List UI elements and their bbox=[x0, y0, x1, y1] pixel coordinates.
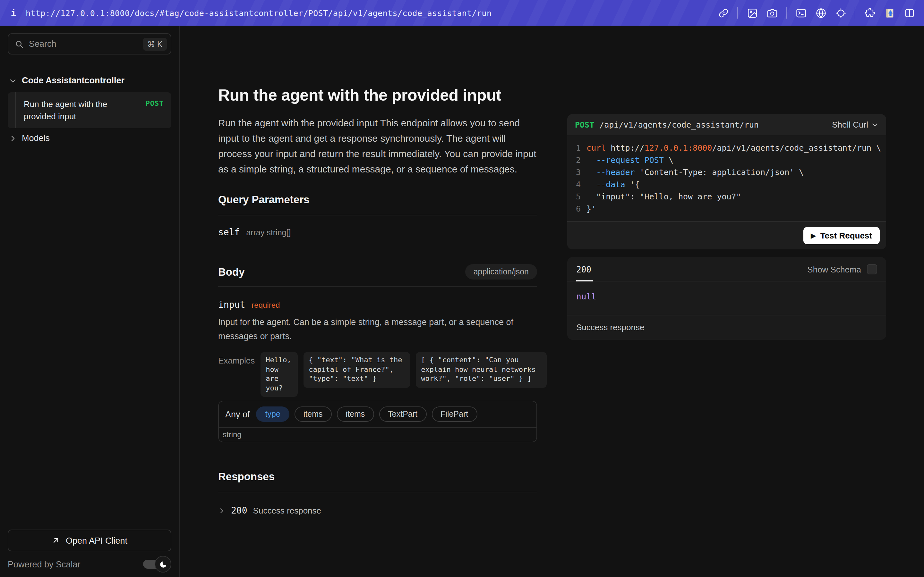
puzzle-icon[interactable] bbox=[864, 7, 875, 19]
dark-mode-toggle[interactable] bbox=[143, 556, 171, 572]
operation-doc-column: Run the agent with the provided input Ru… bbox=[218, 26, 537, 516]
link-icon[interactable] bbox=[717, 7, 729, 19]
field-name: input bbox=[218, 300, 245, 309]
example-column: POST /api/v1/agents/code_assistant/run S… bbox=[567, 26, 886, 340]
code-line: 2 --request POST \ bbox=[567, 154, 886, 166]
anyof-panel: Any of typeitemsitemsTextPartFilePart st… bbox=[218, 401, 537, 442]
operation-description: Run the agent with the provided input Th… bbox=[218, 115, 537, 177]
app-window: i http://127.0.0.1:8000/docs/#tag/code-a… bbox=[0, 0, 924, 577]
required-badge: required bbox=[252, 301, 280, 309]
anyof-option-type[interactable]: type bbox=[256, 406, 289, 422]
toolbar-separator bbox=[786, 7, 787, 19]
play-icon: ▶ bbox=[811, 232, 816, 239]
anyof-options: Any of typeitemsitemsTextPartFilePart bbox=[219, 401, 536, 427]
sidebar-group-label: Code Assistantcontroller bbox=[22, 76, 124, 85]
request-example-card: POST /api/v1/agents/code_assistant/run S… bbox=[567, 114, 886, 250]
body-heading: Body bbox=[218, 266, 245, 278]
sidebar-footer: Powered by Scalar bbox=[8, 556, 171, 572]
camera-icon[interactable] bbox=[766, 7, 778, 19]
sidebar-item-run-agent[interactable]: Run the agent with the provided input PO… bbox=[8, 92, 171, 128]
sidebar: Search ⌘ K Code Assistantcontroller Run … bbox=[0, 26, 180, 577]
sidebar-group-code-assistantcontroller[interactable]: Code Assistantcontroller bbox=[0, 73, 179, 89]
response-example-body: null bbox=[567, 282, 886, 316]
code-line: 5 "input": "Hello, how are you?" bbox=[567, 190, 886, 203]
response-200-row[interactable]: 200 Success response bbox=[218, 505, 537, 516]
toolbar-separator bbox=[855, 7, 855, 19]
client-selector-value: Shell Curl bbox=[832, 120, 868, 129]
open-api-client-button[interactable]: Open API Client bbox=[8, 530, 171, 551]
anyof-label: Any of bbox=[225, 409, 250, 419]
field-description: Input for the agent. Can be a simple str… bbox=[218, 316, 537, 343]
powered-by-scalar-link[interactable]: Powered by Scalar bbox=[8, 559, 81, 569]
search-input[interactable]: Search ⌘ K bbox=[8, 33, 171, 55]
search-icon bbox=[15, 39, 24, 48]
request-example-header: POST /api/v1/agents/code_assistant/run S… bbox=[567, 114, 886, 135]
client-selector-dropdown[interactable]: Shell Curl bbox=[832, 120, 879, 129]
body-section-header: Body application/json bbox=[218, 264, 537, 287]
sidebar-nav: Code Assistantcontroller Run the agent w… bbox=[0, 73, 179, 146]
main-content: Run the agent with the provided input Ru… bbox=[180, 26, 924, 577]
search-shortcut-badge: ⌘ K bbox=[143, 37, 167, 50]
chevron-right-icon bbox=[218, 507, 225, 514]
sidebar-group-label: Models bbox=[22, 133, 50, 143]
body-field-row: input required bbox=[218, 300, 537, 309]
example-value: { "text": "What is the capital of France… bbox=[304, 352, 410, 388]
terminal-icon[interactable] bbox=[795, 7, 806, 19]
query-param-row: self array string[] bbox=[218, 215, 537, 237]
post-method-badge: POST bbox=[145, 98, 164, 108]
toolbar-separator bbox=[737, 7, 738, 19]
test-request-button[interactable]: ▶ Test Request bbox=[803, 227, 880, 244]
anyof-option-filepart[interactable]: FilePart bbox=[431, 406, 477, 422]
response-body-value: null bbox=[576, 292, 596, 301]
sidebar-group-models[interactable]: Models bbox=[0, 128, 179, 146]
show-schema-checkbox[interactable] bbox=[867, 264, 877, 274]
target-icon[interactable] bbox=[835, 7, 846, 19]
search-placeholder: Search bbox=[29, 39, 137, 49]
code-line: 6}' bbox=[567, 203, 886, 215]
code-line: 4 --data '{ bbox=[567, 178, 886, 190]
browser-topbar: i http://127.0.0.1:8000/docs/#tag/code-a… bbox=[0, 0, 924, 26]
indent-guide bbox=[15, 92, 16, 128]
image-icon[interactable] bbox=[746, 7, 758, 19]
request-method: POST bbox=[575, 120, 594, 129]
content-type-selector[interactable]: application/json bbox=[465, 264, 537, 279]
chevron-down-icon bbox=[9, 77, 17, 84]
examples-label: Examples bbox=[218, 352, 255, 366]
arrow-up-right-icon bbox=[52, 536, 61, 545]
examples-list: Examples Hello, how are you?{ "text": "W… bbox=[218, 352, 537, 397]
param-type: array string[] bbox=[246, 228, 291, 237]
anyof-option-items[interactable]: items bbox=[337, 406, 374, 422]
address-bar[interactable]: http://127.0.0.1:8000/docs/#tag/code-ass… bbox=[26, 8, 491, 18]
topbar-icons bbox=[717, 7, 915, 19]
chevron-right-icon bbox=[9, 134, 17, 142]
param-name: self bbox=[218, 227, 240, 237]
anyof-option-items[interactable]: items bbox=[294, 406, 332, 422]
info-icon: i bbox=[9, 8, 18, 18]
globe-icon[interactable] bbox=[815, 7, 827, 19]
example-value: [ { "content": "Can you explain how neur… bbox=[416, 352, 547, 388]
page-title: Run the agent with the provided input bbox=[218, 86, 537, 105]
responses-heading: Responses bbox=[218, 471, 537, 492]
code-line: 1curl http://127.0.0.1:8000/api/v1/agent… bbox=[567, 142, 886, 154]
example-value: Hello, how are you? bbox=[260, 352, 298, 397]
request-example-footer: ▶ Test Request bbox=[567, 221, 886, 250]
code-lines: 1curl http://127.0.0.1:8000/api/v1/agent… bbox=[567, 135, 886, 221]
split-view-icon[interactable] bbox=[903, 7, 915, 19]
code-line: 3 --header 'Content-Type: application/js… bbox=[567, 166, 886, 178]
show-schema-label: Show Schema bbox=[807, 264, 861, 274]
response-example-card: 200 Show Schema null Success response bbox=[567, 257, 886, 340]
moon-icon bbox=[155, 556, 171, 572]
sidebar-item-label: Run the agent with the provided input bbox=[24, 98, 137, 122]
anyof-option-textpart[interactable]: TextPart bbox=[379, 406, 426, 422]
test-request-label: Test Request bbox=[821, 231, 872, 240]
request-path: /api/v1/agents/code_assistant/run bbox=[599, 120, 759, 129]
response-example-footer: Success response bbox=[567, 316, 886, 340]
query-parameters-heading: Query Parameters bbox=[218, 193, 537, 215]
open-api-client-label: Open API Client bbox=[66, 536, 128, 545]
response-example-header: 200 Show Schema bbox=[567, 257, 886, 282]
notebook-up-icon[interactable] bbox=[884, 7, 895, 19]
anyof-selected-type: string bbox=[219, 427, 536, 442]
response-status-tab[interactable]: 200 bbox=[576, 264, 591, 274]
response-label: Success response bbox=[253, 506, 321, 515]
response-code: 200 bbox=[231, 505, 247, 516]
